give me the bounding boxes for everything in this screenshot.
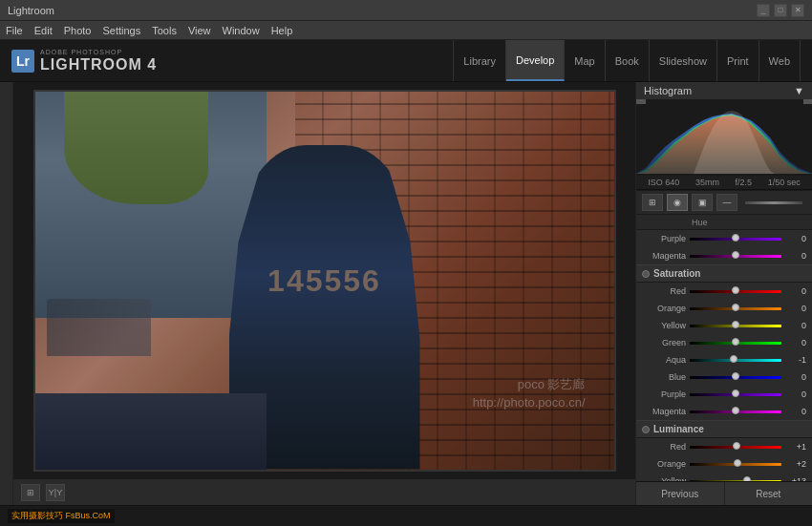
module-web[interactable]: Web	[759, 40, 801, 81]
sat-red-track[interactable]	[690, 290, 781, 293]
sat-green-track[interactable]	[690, 342, 781, 345]
previous-button[interactable]: Previous	[636, 482, 725, 505]
sat-purple-label: Purple	[642, 389, 690, 399]
sat-orange-label: Orange	[642, 304, 690, 313]
sat-blue-label: Blue	[642, 372, 690, 382]
reset-button[interactable]: Reset	[725, 482, 813, 505]
sat-orange-value: 0	[785, 304, 806, 313]
menu-item-file[interactable]: File	[6, 25, 23, 36]
adobe-text: ADOBE PHOTOSHOP	[40, 49, 157, 56]
close-button[interactable]: ✕	[791, 4, 804, 17]
menu-item-view[interactable]: View	[188, 25, 211, 36]
saturation-toggle	[642, 270, 650, 278]
bottom-bar-text: 实用摄影技巧 FsBus.CoM	[8, 509, 115, 523]
maximize-button[interactable]: □	[774, 4, 787, 17]
shutter-value: 1/50 sec	[768, 178, 801, 187]
luminance-section-header[interactable]: Luminance	[636, 420, 812, 438]
minimize-button[interactable]: _	[757, 4, 770, 17]
histogram-canvas	[636, 99, 812, 176]
sat-blue-value: 0	[785, 372, 806, 382]
lum-yellow-row: Yellow +13	[636, 473, 812, 481]
lr-app-name: LIGHTROOM 4	[40, 56, 157, 74]
iso-value: ISO 640	[648, 178, 679, 187]
sat-yellow-value: 0	[785, 321, 806, 330]
sat-red-value: 0	[785, 286, 806, 296]
menu-item-window[interactable]: Window	[223, 25, 260, 36]
menu-item-edit[interactable]: Edit	[34, 25, 53, 36]
photo-frame: 145556 poco 影艺廊 http://photo.poco.cn/	[33, 90, 616, 472]
hue-purple-track[interactable]	[690, 238, 781, 241]
sat-magenta-track[interactable]	[690, 410, 781, 413]
sat-orange-row: Orange 0	[636, 300, 812, 317]
luminance-title: Luminance	[653, 424, 704, 434]
sat-purple-value: 0	[785, 389, 806, 399]
histogram-svg	[636, 99, 812, 176]
hue-magenta-value: 0	[785, 251, 806, 261]
module-nav: LibraryDevelopMapBookSlideshowPrintWeb	[453, 40, 801, 81]
title-bar: Lightroom _ □ ✕	[0, 0, 812, 21]
camera-info: ISO 640 35mm f/2.5 1/50 sec	[636, 176, 812, 190]
hue-magenta-row: Magenta 0	[636, 247, 812, 264]
panel-bottom-buttons: Previous Reset	[636, 481, 812, 505]
hue-purple-row: Purple 0	[636, 230, 812, 247]
histogram-header: Histogram ▼	[636, 82, 812, 99]
fit-button[interactable]: Y|Y	[46, 484, 65, 501]
main-area: 145556 poco 影艺廊 http://photo.poco.cn/ ⊞ …	[0, 82, 812, 505]
menu-item-settings[interactable]: Settings	[102, 25, 140, 36]
lum-orange-value: +2	[785, 459, 806, 469]
hue-magenta-label: Magenta	[642, 251, 690, 261]
view-toggle-button[interactable]: ⊞	[21, 484, 40, 501]
histogram-arrow[interactable]: ▼	[794, 85, 804, 96]
saturation-section-header[interactable]: Saturation	[636, 264, 812, 283]
aperture-value: f/2.5	[736, 178, 753, 187]
lum-orange-track[interactable]	[690, 463, 781, 466]
lum-orange-row: Orange +2	[636, 455, 812, 473]
sat-yellow-label: Yellow	[642, 321, 690, 330]
sat-yellow-track[interactable]	[690, 325, 781, 327]
lum-red-track[interactable]	[690, 446, 781, 449]
hue-purple-value: 0	[785, 234, 806, 243]
hue-purple-label: Purple	[642, 234, 690, 243]
lum-red-label: Red	[642, 442, 690, 452]
logo-area: Lr ADOBE PHOTOSHOP LIGHTROOM 4	[11, 49, 157, 73]
svg-rect-1	[636, 99, 646, 104]
luminance-toggle	[642, 426, 650, 433]
histogram-section: Histogram ▼	[636, 82, 812, 191]
sat-green-row: Green 0	[636, 334, 812, 351]
module-print[interactable]: Print	[717, 40, 759, 81]
circle-tool-icon[interactable]: ◉	[667, 194, 688, 211]
sat-orange-track[interactable]	[690, 307, 781, 310]
bottom-bar: 实用摄影技巧 FsBus.CoM	[0, 505, 812, 526]
module-book[interactable]: Book	[606, 40, 650, 81]
focal-value: 35mm	[695, 178, 719, 187]
module-map[interactable]: Map	[565, 40, 605, 81]
center-area: 145556 poco 影艺廊 http://photo.poco.cn/ ⊞ …	[13, 82, 635, 505]
tool-row: ⊞ ◉ ▣ —	[636, 191, 812, 215]
menu-item-photo[interactable]: Photo	[64, 25, 92, 36]
grid-tool-icon[interactable]: ⊞	[642, 194, 663, 211]
lum-yellow-track[interactable]	[690, 480, 781, 482]
sat-blue-row: Blue 0	[636, 368, 812, 386]
sat-blue-track[interactable]	[690, 376, 781, 379]
sat-yellow-row: Yellow 0	[636, 317, 812, 334]
right-panel: Histogram ▼	[635, 82, 812, 505]
module-library[interactable]: Library	[453, 40, 506, 81]
rect-tool-icon[interactable]: ▣	[692, 194, 713, 211]
line-tool-icon[interactable]: —	[716, 194, 737, 211]
hue-magenta-track[interactable]	[690, 255, 781, 258]
saturation-title: Saturation	[653, 268, 700, 279]
sat-red-row: Red 0	[636, 283, 812, 300]
menu-item-tools[interactable]: Tools	[152, 25, 177, 36]
lr-badge: Lr	[11, 50, 34, 73]
sat-red-label: Red	[642, 286, 690, 296]
sat-aqua-track[interactable]	[690, 359, 781, 362]
sat-magenta-value: 0	[785, 407, 806, 416]
sat-purple-track[interactable]	[690, 393, 781, 396]
sliders-area: Hue Purple 0 Magenta 0 Saturation	[636, 215, 812, 481]
sat-aqua-value: -1	[785, 355, 806, 365]
menu-item-help[interactable]: Help	[271, 25, 293, 36]
sat-purple-row: Purple 0	[636, 386, 812, 403]
module-develop[interactable]: Develop	[506, 40, 565, 81]
photo-area: 145556 poco 影艺廊 http://photo.poco.cn/	[13, 82, 635, 478]
module-slideshow[interactable]: Slideshow	[650, 40, 717, 81]
